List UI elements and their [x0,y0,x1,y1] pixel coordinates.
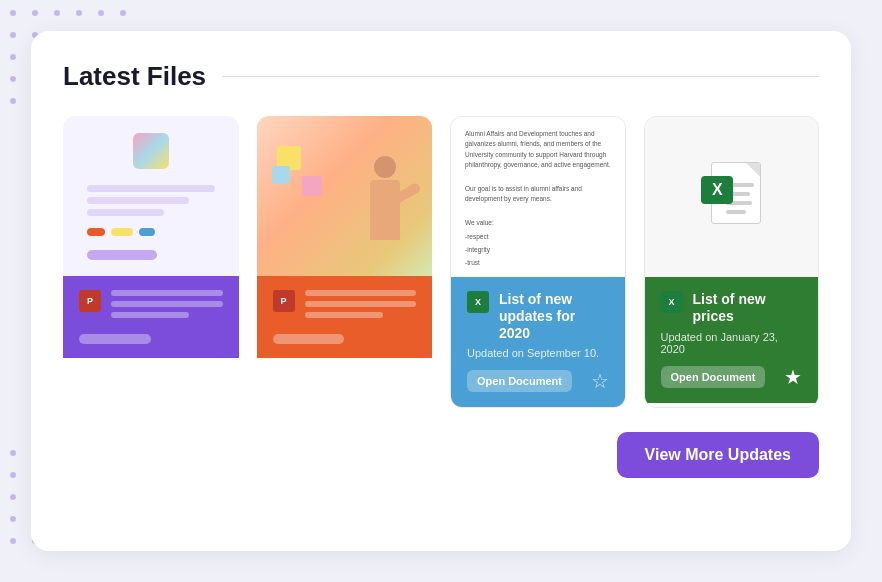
card-preview-green: X [645,117,819,277]
text-para1: Alumni Affairs and Development touches a… [465,129,611,171]
body-line [111,312,189,318]
card-title-blue: List of new updates for 2020 [499,291,609,341]
main-card: Latest Files [31,31,851,551]
section-title: Latest Files [63,61,819,92]
card-preview-blue: Alumni Affairs and Development touches a… [451,117,625,277]
tag-red [87,228,105,236]
person-head [374,156,396,178]
preview-tags [87,228,215,236]
body-line [111,290,223,296]
orange-image-bg [257,116,433,276]
preview-lines [87,185,215,216]
text-preview-content: Alumni Affairs and Development touches a… [465,129,611,277]
card-preview-orange [257,116,433,276]
card-title-area-blue: List of new updates for 2020 [499,291,609,341]
card-subtitle-blue: Updated on September 10. [467,347,609,359]
sticky-pink [302,176,322,196]
body-lines-orange [305,290,417,318]
body-btn-placeholder-orange [273,334,345,344]
body-lines-purple [111,290,223,318]
body-line [305,301,417,307]
person-arm [382,182,422,211]
open-document-button-green[interactable]: Open Document [661,366,766,388]
excel-page-fold [746,163,760,177]
card-footer-green: Open Document ★ [661,365,803,389]
excel-icon-container: X [701,162,761,232]
preview-line [87,197,189,204]
open-document-button-blue[interactable]: Open Document [467,370,572,392]
body-line [305,290,417,296]
view-more-row: View More Updates [63,432,819,478]
xlsx-icon-green: X [661,291,683,313]
card-body-purple: P [63,276,239,358]
star-icon-blue[interactable]: ☆ [591,369,609,393]
ppt-icon: P [79,290,101,312]
file-card-orange: P [257,116,433,408]
card-body-header-purple: P [79,290,223,328]
preview-line [87,185,215,192]
file-card-blue: Alumni Affairs and Development touches a… [450,116,626,408]
excel-line [726,210,746,214]
preview-placeholder-purple [79,125,223,268]
person-figure [357,156,412,276]
tag-blue [139,228,155,236]
text-para2: Our goal is to assist in alumni affairs … [465,184,611,205]
card-preview-purple [63,116,239,276]
text-value-1: -respect [465,232,611,242]
files-grid: P [63,116,819,408]
text-value-3: -trust [465,258,611,268]
card-body-header-orange: P [273,290,417,328]
card-title-area-green: List of new prices [693,291,803,325]
sticky-blue [272,166,290,184]
preview-btn-placeholder [87,250,157,260]
file-card-purple: P [63,116,239,408]
card-footer-blue: Open Document ☆ [467,369,609,393]
card-body-header-blue: X List of new updates for 2020 [467,291,609,341]
person-body [370,180,400,240]
excel-badge: X [701,176,733,204]
body-line [305,312,383,318]
card-title-green: List of new prices [693,291,803,325]
xlsx-icon-blue: X [467,291,489,313]
tag-yellow [111,228,133,236]
star-icon-green[interactable]: ★ [784,365,802,389]
color-blob [133,133,169,169]
section-title-text: Latest Files [63,61,206,92]
body-line [111,301,223,307]
card-subtitle-green: Updated on January 23, 2020 [661,331,803,355]
preview-icon-row [87,133,215,169]
text-values-title: We value: [465,218,611,228]
card-body-header-green: X List of new prices [661,291,803,325]
ppt-icon-orange: P [273,290,295,312]
card-body-green: X List of new prices Updated on January … [645,277,819,403]
file-card-green: X X List of new prices Updated on Januar… [644,116,820,408]
body-btn-placeholder-purple [79,334,151,344]
card-body-blue: X List of new updates for 2020 Updated o… [451,277,625,407]
view-more-button[interactable]: View More Updates [617,432,819,478]
text-value-2: -integrity [465,245,611,255]
preview-line [87,209,164,216]
card-body-orange: P [257,276,433,358]
